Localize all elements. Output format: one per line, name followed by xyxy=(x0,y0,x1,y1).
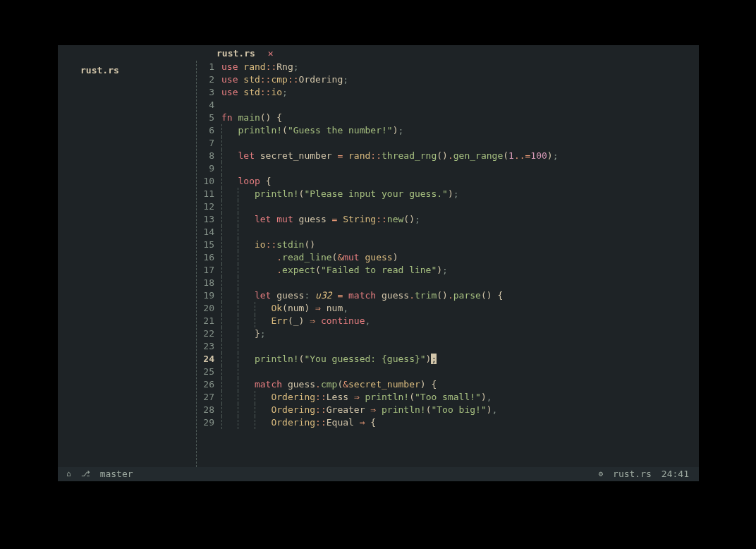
token xyxy=(221,239,238,250)
token xyxy=(221,379,238,390)
gear-icon[interactable]: ⚙ xyxy=(598,467,603,481)
line-number: 26 xyxy=(197,378,214,391)
code-line[interactable]: match guess.cmp(&secret_number) { xyxy=(221,378,699,391)
token: cmp xyxy=(271,74,287,85)
token xyxy=(255,392,271,402)
code-line[interactable] xyxy=(221,200,699,213)
token: println! xyxy=(255,354,299,364)
token: & xyxy=(343,379,348,390)
line-number: 9 xyxy=(197,162,214,175)
home-icon[interactable]: ⌂ xyxy=(66,467,71,481)
line-number-gutter: 1234567891011121314151617181920212223242… xyxy=(197,61,219,467)
code-line[interactable]: Ordering::Equal ⇒ { xyxy=(221,416,699,429)
code-line[interactable]: let mut guess = String::new(); xyxy=(221,213,699,226)
code-line[interactable]: io::stdin() xyxy=(221,239,699,251)
code-line[interactable]: .expect("Failed to read line"); xyxy=(221,264,699,277)
token: println! xyxy=(382,404,426,415)
code-line[interactable]: use rand::Rng; xyxy=(221,61,699,73)
token: mut xyxy=(276,214,293,224)
code-line[interactable] xyxy=(221,226,699,239)
code-line[interactable]: Ordering::Less ⇒ println!("Too small!"), xyxy=(221,391,699,404)
code-line[interactable]: Ok(num) ⇒ num, xyxy=(221,302,699,315)
line-number: 17 xyxy=(197,264,214,277)
code-line[interactable]: let guess: u32 = match guess.trim().pars… xyxy=(221,289,699,302)
code-area[interactable]: use rand::Rng;use std::cmp::Ordering;use… xyxy=(219,61,699,467)
token: :: xyxy=(376,214,387,224)
indent-guide xyxy=(221,162,222,175)
line-number: 2 xyxy=(197,73,214,86)
code-line[interactable] xyxy=(221,277,699,289)
token: { xyxy=(266,176,272,186)
indent-guide xyxy=(238,277,238,289)
code-line[interactable]: println!("You guessed: {guess}"); xyxy=(221,353,699,366)
token: ) xyxy=(437,265,442,275)
code-line[interactable]: use std::cmp::Ordering; xyxy=(221,73,699,86)
token: "Please input your guess." xyxy=(304,188,448,199)
code-line[interactable] xyxy=(221,366,699,378)
token: match xyxy=(348,290,376,301)
token xyxy=(238,354,254,364)
code-line[interactable]: }; xyxy=(221,327,699,340)
token xyxy=(260,176,266,186)
token: println! xyxy=(365,392,410,402)
line-number: 7 xyxy=(197,137,214,150)
token: trim xyxy=(415,290,437,301)
code-line[interactable]: println!("Please input your guess."); xyxy=(221,188,699,200)
file-tree[interactable]: rust.rs xyxy=(58,61,196,467)
token: use xyxy=(221,87,238,97)
code-line[interactable] xyxy=(221,340,699,353)
token: , xyxy=(365,315,371,326)
line-number: 13 xyxy=(197,213,214,226)
token: num xyxy=(321,303,343,313)
line-number: 10 xyxy=(197,175,214,188)
code-line[interactable]: Ordering::Greater ⇒ println!("Too big!")… xyxy=(221,404,699,416)
code-line[interactable] xyxy=(221,162,699,175)
token: } xyxy=(255,328,260,339)
cursor-position: 24:41 xyxy=(662,467,689,481)
token: "Too big!" xyxy=(431,404,486,415)
code-line[interactable] xyxy=(221,137,699,150)
token: String xyxy=(343,214,376,224)
token: :: xyxy=(260,74,272,85)
line-number: 27 xyxy=(197,391,214,404)
line-number: 20 xyxy=(197,302,214,315)
token: ; xyxy=(398,125,403,135)
token xyxy=(360,252,365,263)
token xyxy=(221,125,238,135)
token: ; xyxy=(282,87,288,97)
token: . xyxy=(276,252,282,263)
token: ( xyxy=(288,315,293,326)
token: ( xyxy=(315,265,321,275)
close-icon[interactable]: ✕ xyxy=(268,48,274,59)
token: parse xyxy=(453,290,481,301)
code-line[interactable] xyxy=(221,99,699,111)
code-line[interactable]: println!("Guess the number!"); xyxy=(221,124,699,137)
token xyxy=(354,417,360,428)
tab-rust-rs[interactable]: rust.rs ✕ xyxy=(217,48,274,59)
token: ( xyxy=(409,392,415,402)
file-tree-item[interactable]: rust.rs xyxy=(80,65,119,76)
token: ( xyxy=(282,303,288,313)
token: read_line xyxy=(282,252,331,263)
token: "Guess the number!" xyxy=(288,125,393,135)
code-line[interactable]: Err(_) ⇒ continue, xyxy=(221,315,699,327)
token: guess xyxy=(271,290,304,301)
line-number: 14 xyxy=(197,226,214,239)
token xyxy=(221,315,238,326)
token xyxy=(255,417,271,428)
code-line[interactable]: fn main() { xyxy=(221,111,699,124)
editor-main: rust.rs 12345678910111213141516171819202… xyxy=(58,61,699,467)
code-line[interactable]: loop { xyxy=(221,175,699,188)
code-line[interactable]: let secret_number = rand::thread_rng().g… xyxy=(221,150,699,162)
token: secret_number xyxy=(348,379,420,390)
token xyxy=(238,214,254,224)
token: { xyxy=(370,417,376,428)
token: u32 xyxy=(315,290,331,301)
token: ; xyxy=(442,265,448,275)
line-number: 3 xyxy=(197,86,214,99)
code-line[interactable]: .read_line(&mut guess) xyxy=(221,251,699,264)
token: ) xyxy=(547,150,553,161)
token: ⇒ xyxy=(310,315,315,326)
code-line[interactable]: use std::io; xyxy=(221,86,699,99)
line-number: 24 xyxy=(197,353,214,366)
